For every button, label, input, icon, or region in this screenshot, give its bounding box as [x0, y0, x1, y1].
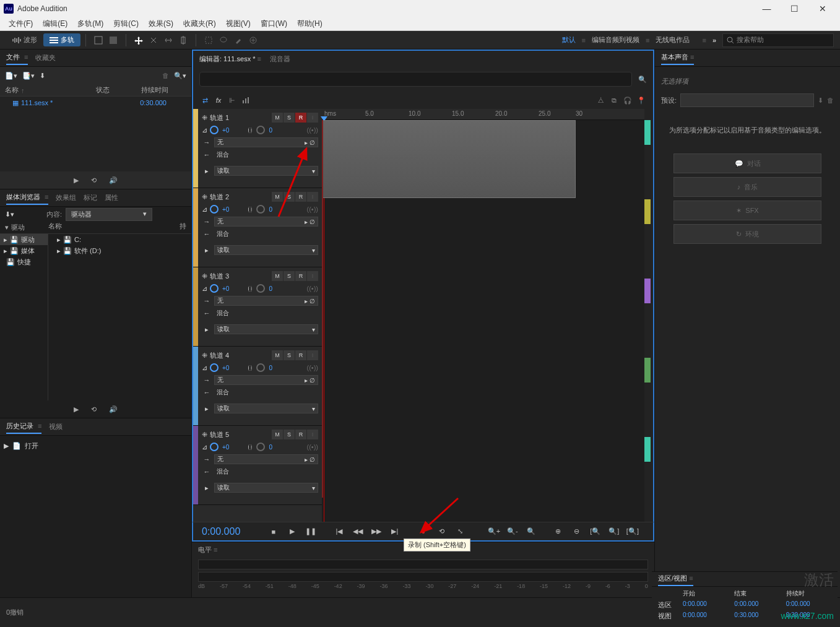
- input-dropdown[interactable]: 无▸ ∅: [214, 296, 318, 306]
- editor-tab[interactable]: 编辑器: 111.sesx * ≡: [199, 54, 261, 64]
- monitor-input-button[interactable]: I: [307, 430, 318, 439]
- automation-dropdown[interactable]: 读取▾: [214, 166, 318, 176]
- ambience-button[interactable]: ↻环境: [673, 224, 821, 244]
- properties-tab[interactable]: 属性: [105, 191, 118, 204]
- mute-button[interactable]: M: [272, 350, 283, 360]
- workspace-audio-to-video[interactable]: 编辑音频到视频: [586, 35, 646, 45]
- maximize-button[interactable]: ☐: [781, 0, 808, 17]
- volume-knob[interactable]: [210, 443, 219, 451]
- tree-d-drive[interactable]: ▸💾软件 (D:): [48, 245, 191, 256]
- menu-file[interactable]: 文件(F): [4, 19, 38, 29]
- monitor-input-button[interactable]: I: [307, 113, 318, 123]
- workspace-radio[interactable]: 无线电作品: [649, 35, 696, 45]
- preset-save-icon[interactable]: ⬇: [818, 97, 823, 105]
- video-tab[interactable]: 视频: [49, 420, 63, 433]
- menu-clip[interactable]: 剪辑(C): [108, 19, 144, 29]
- track-1-clip[interactable]: [322, 120, 576, 198]
- markers-tab[interactable]: 标记: [84, 191, 97, 204]
- track-handle-icon[interactable]: ⁜: [202, 352, 207, 360]
- track-name[interactable]: 轨道 4: [210, 351, 269, 360]
- volume-knob[interactable]: [210, 205, 219, 214]
- stop-button[interactable]: ■: [266, 524, 282, 540]
- marker-icon[interactable]: 📍: [634, 93, 648, 107]
- overview-navigator[interactable]: [199, 72, 632, 87]
- pan-knob[interactable]: [256, 126, 265, 134]
- track-1-color-chip[interactable]: [644, 120, 651, 145]
- input-dropdown[interactable]: 无▸ ∅: [214, 375, 318, 385]
- timeline-ruler[interactable]: hms 5.0 10.0 15.0 20.0 25.0 30: [322, 109, 644, 120]
- zoom-sel-icon[interactable]: [🔍]: [625, 524, 641, 540]
- automation-dropdown[interactable]: 读取▾: [214, 404, 318, 413]
- play-preview-icon[interactable]: ▶: [74, 176, 79, 184]
- lasso-tool-icon[interactable]: [216, 33, 231, 48]
- input-dropdown[interactable]: 无▸ ∅: [214, 217, 318, 227]
- close-file-icon[interactable]: 🗑: [162, 72, 169, 79]
- output-label[interactable]: 混合: [214, 229, 318, 239]
- monitor-input-button[interactable]: I: [307, 271, 318, 281]
- move-tool-icon[interactable]: [131, 33, 146, 48]
- workspace-more-button[interactable]: »: [712, 37, 716, 44]
- solo-button[interactable]: S: [284, 350, 295, 360]
- up-folder-icon[interactable]: ⬇▾: [5, 210, 14, 218]
- tree-drive[interactable]: ▸💾驱动: [0, 234, 48, 245]
- go-to-start-button[interactable]: |◀: [331, 524, 347, 540]
- solo-button[interactable]: S: [284, 271, 295, 281]
- search-help-input[interactable]: 搜索帮助: [722, 33, 834, 47]
- close-button[interactable]: ✕: [808, 0, 836, 17]
- skip-selection-button[interactable]: ⤡: [452, 524, 469, 540]
- volume-knob[interactable]: [210, 363, 219, 372]
- track-handle-icon[interactable]: ⁜: [202, 193, 207, 201]
- pan-knob[interactable]: [256, 205, 265, 214]
- brush-tool-icon[interactable]: [231, 33, 246, 48]
- monitor-input-button[interactable]: I: [307, 192, 318, 202]
- output-label[interactable]: 混合: [214, 467, 318, 477]
- zoom-in-vert-icon[interactable]: ⊕: [550, 524, 566, 540]
- essential-sound-tab[interactable]: 基本声音 ≡: [661, 51, 694, 65]
- track-handle-icon[interactable]: ⁜: [202, 114, 207, 122]
- waveform-view-tab[interactable]: 波形: [6, 33, 43, 46]
- media-play-icon[interactable]: ▶: [74, 405, 79, 413]
- arm-record-button[interactable]: R: [295, 192, 306, 202]
- name-header[interactable]: 名称: [48, 222, 180, 233]
- pan-knob[interactable]: [256, 363, 265, 372]
- volume-knob[interactable]: [210, 284, 219, 293]
- track-handle-icon[interactable]: ⁜: [202, 272, 207, 280]
- track-name[interactable]: 轨道 3: [210, 272, 269, 281]
- drive-header[interactable]: 驱动: [11, 223, 25, 232]
- favorites-tab[interactable]: 收藏夹: [35, 51, 56, 64]
- solo-button[interactable]: S: [284, 192, 295, 202]
- content-dropdown[interactable]: 驱动器▾: [66, 208, 152, 221]
- files-tab[interactable]: 文件 ≡: [6, 51, 28, 65]
- mute-button[interactable]: M: [272, 113, 283, 123]
- go-to-end-button[interactable]: ▶|: [387, 524, 403, 540]
- mixer-tab[interactable]: 混音器: [270, 54, 290, 64]
- file-row[interactable]: ▦111.sesx * 0:30.000: [0, 97, 191, 109]
- time-selection-tool-icon[interactable]: [176, 33, 191, 48]
- preset-dropdown[interactable]: [680, 93, 814, 107]
- zoom-in-icon[interactable]: 🔍+: [486, 524, 502, 540]
- open-file-icon[interactable]: 📄▾: [5, 72, 17, 80]
- track-3-color-chip[interactable]: [644, 279, 651, 303]
- razor-tool-icon[interactable]: [146, 33, 161, 48]
- forward-button[interactable]: ▶▶: [368, 524, 384, 540]
- rewind-button[interactable]: ◀◀: [350, 524, 366, 540]
- record-button[interactable]: ●: [415, 524, 431, 540]
- zoom-sel-out-icon[interactable]: 🔍]: [606, 524, 622, 540]
- menu-view[interactable]: 视图(V): [221, 19, 256, 29]
- input-dropdown[interactable]: 无▸ ∅: [214, 137, 318, 147]
- eq-icon[interactable]: [239, 93, 253, 107]
- ripple-icon[interactable]: ⧉: [607, 93, 621, 107]
- record-icon[interactable]: ⬇: [40, 72, 45, 80]
- minimize-button[interactable]: —: [753, 0, 781, 17]
- mute-button[interactable]: M: [272, 192, 283, 202]
- selview-tab[interactable]: 选区/视图 ≡: [658, 572, 693, 586]
- marquee-tool-icon[interactable]: [201, 33, 216, 48]
- slip-tool-icon[interactable]: [161, 33, 176, 48]
- media-autoplay-icon[interactable]: 🔊: [109, 405, 118, 413]
- menu-effects[interactable]: 效果(S): [144, 19, 178, 29]
- track-name[interactable]: 轨道 2: [210, 192, 269, 202]
- workspace-default[interactable]: 默认: [556, 35, 582, 45]
- toggle-inputs-icon[interactable]: ⇄: [198, 93, 212, 107]
- automation-dropdown[interactable]: 读取▾: [214, 324, 318, 334]
- col-status[interactable]: 状态: [96, 85, 141, 95]
